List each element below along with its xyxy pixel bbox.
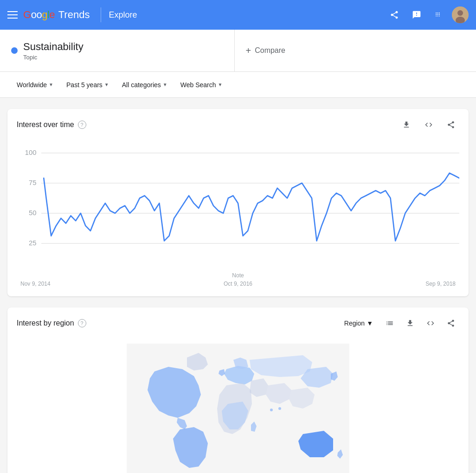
interest-over-time-actions [398,116,459,133]
location-filter-arrow: ▼ [49,82,53,87]
download-icon[interactable] [398,116,415,133]
svg-point-13 [270,409,273,411]
svg-text:25: 25 [29,239,37,247]
header-divider [101,7,101,22]
compare-label: Compare [255,46,285,55]
world-map [127,344,349,473]
date-mid: Oct 9, 2016 [224,281,252,287]
search-type-filter-arrow: ▼ [218,82,222,87]
header: Google Trends Explore [0,0,476,30]
location-filter[interactable]: Worldwide ▼ [11,77,59,92]
main-content: Interest over time ? [0,98,476,473]
categories-filter-label: All categories [122,81,161,89]
svg-text:100: 100 [25,148,37,156]
region-label: Region [344,320,365,327]
search-type: Topic [23,54,84,61]
google-wordmark: Google [23,9,55,21]
search-item-text: Sustainability Topic [23,41,84,61]
explore-label: Explore [109,10,137,20]
date-start: Nov 9, 2014 [20,281,51,287]
filters-bar: Worldwide ▼ Past 5 years ▼ All categorie… [0,72,476,98]
region-dropdown-arrow: ▼ [367,320,373,327]
apps-button[interactable] [430,6,448,24]
share-button[interactable] [385,6,404,24]
search-term: Sustainability [23,41,84,53]
share-icon[interactable] [443,116,459,133]
svg-point-12 [278,407,281,410]
chart-dates: Nov 9, 2014 Oct 9, 2016 Sep 9, 2018 [17,281,459,287]
interest-over-time-title: Interest over time ? [17,121,86,129]
search-dot [11,47,18,54]
region-download-icon[interactable] [402,315,418,332]
time-range-filter[interactable]: Past 5 years ▼ [61,77,115,92]
interest-by-region-actions: Region ▼ [340,315,459,332]
menu-icon[interactable] [7,11,18,19]
search-area: Sustainability Topic + Compare [0,30,476,72]
time-range-filter-arrow: ▼ [104,82,109,87]
interest-over-time-card: Interest over time ? [7,109,469,296]
interest-by-region-help[interactable]: ? [78,319,86,327]
categories-filter-arrow: ▼ [163,82,167,87]
svg-point-1 [457,10,463,16]
list-view-icon[interactable] [381,315,398,332]
chart-area: 100 75 50 25 Note Nov 9, 2014 Oct 9, 201… [7,141,469,296]
feedback-button[interactable] [407,6,426,24]
svg-text:50: 50 [29,209,37,217]
search-type-filter[interactable]: Web Search ▼ [175,77,228,92]
app-logo: Google Trends [23,9,90,21]
compare-area[interactable]: + Compare [235,30,469,71]
region-embed-icon[interactable] [422,315,439,332]
search-type-filter-label: Web Search [180,81,216,89]
chart-note: Note [17,272,459,279]
region-share-icon[interactable] [443,315,459,332]
search-row: Sustainability Topic + Compare [0,30,476,71]
search-item: Sustainability Topic [0,30,235,71]
interest-over-time-help[interactable]: ? [78,121,86,129]
categories-filter[interactable]: All categories ▼ [116,77,173,92]
location-filter-label: Worldwide [17,81,47,89]
user-avatar[interactable] [452,6,469,23]
world-map-container [7,339,469,473]
embed-icon[interactable] [420,116,437,133]
compare-plus-icon: + [246,45,251,56]
interest-by-region-header: Interest by region ? Region ▼ [7,307,469,339]
region-select-button[interactable]: Region ▼ [340,317,378,330]
time-range-filter-label: Past 5 years [66,81,103,89]
chart-container: 100 75 50 25 [17,148,459,268]
svg-text:75: 75 [29,179,37,186]
header-actions [385,6,469,24]
interest-over-time-header: Interest over time ? [7,109,469,141]
trends-wordmark: Trends [56,9,90,21]
date-end: Sep 9, 2018 [425,281,456,287]
line-chart: 100 75 50 25 [17,148,459,268]
interest-by-region-card: Interest by region ? Region ▼ [7,307,469,473]
interest-by-region-title: Interest by region ? [17,319,86,327]
